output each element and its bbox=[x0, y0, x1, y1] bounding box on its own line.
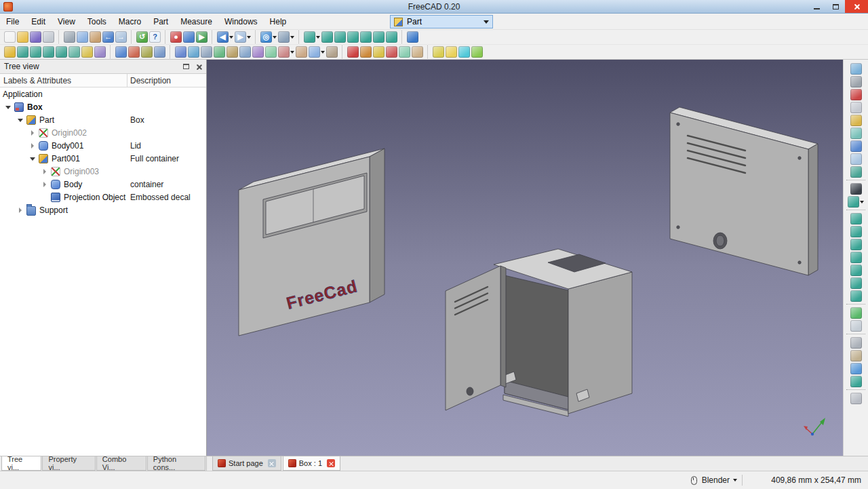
extrude-icon[interactable] bbox=[175, 46, 186, 58]
measure-linear-icon[interactable] bbox=[347, 46, 359, 58]
new-document-icon[interactable] bbox=[4, 31, 16, 43]
create-part-icon[interactable] bbox=[433, 46, 444, 58]
make-union-icon[interactable] bbox=[115, 46, 127, 58]
undo-icon[interactable]: ← bbox=[102, 31, 114, 43]
close-panel-button[interactable] bbox=[196, 64, 202, 70]
menu-file[interactable]: File bbox=[0, 14, 25, 29]
tree-item-support[interactable]: Support bbox=[0, 203, 206, 216]
create-group-icon[interactable] bbox=[446, 46, 457, 58]
ruler-icon[interactable] bbox=[850, 166, 862, 178]
expand-arrow[interactable] bbox=[42, 181, 49, 188]
tree-item-body[interactable]: Bodycontainer bbox=[0, 178, 206, 191]
dock-windows-icon[interactable] bbox=[850, 393, 862, 404]
model-open-container[interactable] bbox=[446, 249, 632, 416]
clipping-plane-icon[interactable] bbox=[850, 320, 862, 332]
maximize-button[interactable] bbox=[826, 0, 845, 13]
front-view-icon[interactable] bbox=[850, 226, 862, 237]
print-icon[interactable] bbox=[43, 31, 54, 43]
model-lid-box[interactable]: FreeCad bbox=[239, 149, 384, 336]
panel-header[interactable]: Tree view bbox=[0, 60, 206, 74]
expand-arrow[interactable] bbox=[30, 142, 37, 149]
revolve-icon[interactable] bbox=[188, 46, 199, 58]
minimize-button[interactable] bbox=[807, 0, 826, 13]
close-tab-button[interactable] bbox=[268, 459, 276, 467]
view-bottom-icon[interactable] bbox=[373, 31, 384, 43]
close-button[interactable] bbox=[845, 0, 868, 13]
cylinder-primitive-icon[interactable] bbox=[17, 46, 28, 58]
column-resize-handle[interactable] bbox=[127, 74, 127, 87]
panel-tab-combo-vi[interactable]: Combo Vi... bbox=[96, 456, 146, 471]
create-primitives-icon[interactable] bbox=[81, 46, 93, 58]
textured-view-icon[interactable] bbox=[850, 350, 862, 361]
torus-primitive-icon[interactable] bbox=[56, 46, 67, 58]
thickness-icon[interactable] bbox=[326, 46, 338, 58]
save-icon[interactable] bbox=[30, 31, 41, 43]
viewport-tab-box-1[interactable]: Box : 1 bbox=[283, 456, 340, 471]
tree-item-part001[interactable]: Part001Full container bbox=[0, 152, 206, 165]
sphere-primitive-icon[interactable] bbox=[30, 46, 41, 58]
cone-primitive-icon[interactable] bbox=[43, 46, 54, 58]
boolean-operation-icon[interactable] bbox=[154, 46, 165, 58]
rear-view-icon[interactable] bbox=[850, 265, 862, 276]
cross-sections-icon[interactable] bbox=[296, 46, 307, 58]
measure-angular-icon[interactable] bbox=[360, 46, 372, 58]
rotate-view-icon[interactable] bbox=[850, 376, 862, 387]
expand-arrow[interactable] bbox=[30, 130, 37, 136]
mirror-icon[interactable] bbox=[201, 46, 212, 58]
panel-tab-property-vi[interactable]: Property vi... bbox=[42, 456, 95, 471]
shaded-view-icon[interactable] bbox=[850, 337, 862, 349]
tree-item-part[interactable]: PartBox bbox=[0, 113, 206, 126]
menu-tools[interactable]: Tools bbox=[81, 14, 113, 29]
panel-tab-tree-vi[interactable]: Tree vi... bbox=[1, 456, 41, 471]
3d-viewport[interactable]: FreeCad bbox=[207, 60, 843, 456]
image-plane-icon[interactable] bbox=[850, 153, 862, 165]
create-link-icon[interactable] bbox=[458, 46, 470, 58]
refresh-icon[interactable]: ↺ bbox=[136, 31, 148, 43]
random-color-icon[interactable] bbox=[850, 102, 862, 113]
ruled-surface-icon[interactable] bbox=[239, 46, 251, 58]
float-panel-button[interactable] bbox=[183, 64, 189, 69]
menu-part[interactable]: Part bbox=[147, 14, 174, 29]
expand-arrow[interactable] bbox=[30, 155, 37, 162]
axis-cross-icon[interactable] bbox=[850, 76, 862, 87]
menu-edit[interactable]: Edit bbox=[25, 14, 52, 29]
copy-icon[interactable] bbox=[77, 31, 88, 43]
bounding-box-icon[interactable] bbox=[850, 140, 862, 152]
clear-measurement-icon[interactable] bbox=[386, 46, 397, 58]
debug-macro-icon[interactable] bbox=[183, 31, 195, 43]
draw-grid-icon[interactable] bbox=[850, 128, 862, 139]
viewport-tab-start-page[interactable]: Start page bbox=[212, 456, 281, 471]
menu-macro[interactable]: Macro bbox=[113, 14, 147, 29]
persistent-section-icon[interactable] bbox=[850, 63, 862, 75]
navigation-cube-icon[interactable] bbox=[848, 196, 864, 208]
tree-item-box[interactable]: Box bbox=[0, 100, 206, 113]
tree-item-application[interactable]: Application bbox=[0, 87, 206, 100]
view-isometric-icon[interactable] bbox=[304, 31, 320, 43]
view-top-icon[interactable] bbox=[334, 31, 346, 43]
draw-style-icon[interactable] bbox=[278, 31, 294, 43]
macro-record-icon[interactable] bbox=[850, 89, 862, 100]
view-rear-icon[interactable] bbox=[360, 31, 372, 43]
record-macro-icon[interactable]: ● bbox=[170, 31, 182, 43]
measure-refresh-icon[interactable] bbox=[373, 46, 384, 58]
expand-arrow[interactable] bbox=[5, 104, 12, 111]
select-mode-icon[interactable] bbox=[850, 183, 862, 195]
redo-icon[interactable]: → bbox=[115, 31, 127, 43]
menu-view[interactable]: View bbox=[52, 14, 81, 29]
chamfer-icon[interactable] bbox=[226, 46, 238, 58]
fillet-icon[interactable] bbox=[214, 46, 225, 58]
tree-item-origin002[interactable]: Origin002 bbox=[0, 126, 206, 139]
close-tab-button[interactable] bbox=[327, 459, 335, 467]
navigate-back-icon[interactable]: ◀ bbox=[217, 31, 233, 43]
tree-item-projection-object[interactable]: Projection ObjectEmbossed decal bbox=[0, 191, 206, 203]
paste-icon[interactable] bbox=[90, 31, 101, 43]
expand-arrow[interactable] bbox=[18, 207, 24, 214]
tree-item-origin003[interactable]: Origin003 bbox=[0, 165, 206, 178]
bottom-view-icon[interactable] bbox=[850, 277, 862, 289]
toggle-link-icon[interactable] bbox=[471, 46, 483, 58]
expand-arrow[interactable] bbox=[18, 117, 24, 123]
whats-this-icon[interactable]: ? bbox=[149, 31, 161, 43]
model-vented-panel[interactable] bbox=[670, 107, 818, 275]
expand-arrow[interactable] bbox=[42, 168, 49, 175]
shape-builder-icon[interactable] bbox=[94, 46, 106, 58]
